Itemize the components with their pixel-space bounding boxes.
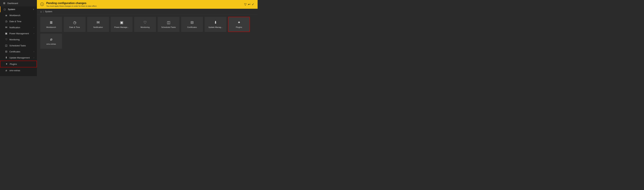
- tile-certificates[interactable]: ⊟ Certificates: [181, 17, 203, 32]
- chevron-right-icon: ›: [34, 33, 34, 35]
- datetime-icon: ◷: [5, 20, 8, 23]
- plugins-tile-icon: ✦: [238, 20, 240, 25]
- plugins-icon: ✦: [5, 63, 8, 66]
- tiles-grid: ≣ Workbench ◷ Date & Time ✉ Notification…: [40, 17, 254, 49]
- tile-label: Certificates: [187, 26, 197, 29]
- sidebar-item-label: System: [8, 8, 31, 11]
- breadcrumb-separator: |: [43, 11, 44, 13]
- main-content: ⓘ Pending configuration changes You must…: [37, 0, 258, 76]
- tile-date-time[interactable]: ◷ Date & Time: [64, 17, 86, 32]
- scheduled-tasks-icon: ◫: [5, 44, 8, 47]
- sidebar-item-certificates[interactable]: ⊟ Certificates ›: [0, 49, 37, 55]
- sidebar-item-label: Monitoring: [10, 38, 34, 41]
- sidebar-item-omv-extras[interactable]: ⌀ omv-extras: [0, 67, 37, 73]
- sidebar-item-update-management[interactable]: ⬇ Update Management ›: [0, 55, 37, 61]
- sidebar-item-label: Date & Time: [10, 20, 34, 23]
- app-layout: ⊞ Dashboard □ System ∨ ≣ Workbench ◷ Dat…: [0, 0, 258, 76]
- tile-label: Scheduled Tasks: [161, 26, 176, 29]
- sidebar-item-date-time[interactable]: ◷ Date & Time: [0, 18, 37, 24]
- dashboard-icon: ⊞: [3, 2, 6, 5]
- banner-actions: ▽ ↩ ✓: [244, 3, 254, 6]
- sidebar-item-label: Notification: [10, 26, 32, 29]
- system-icon: □: [3, 8, 6, 11]
- undo-button[interactable]: ↩: [248, 3, 250, 6]
- certificates-icon: ⊟: [5, 50, 8, 53]
- tile-label: omv-extras: [46, 43, 56, 45]
- notification-icon: ✉: [5, 26, 8, 29]
- sidebar-item-dashboard[interactable]: ⊞ Dashboard: [0, 0, 37, 7]
- tile-update-manag[interactable]: ⬇ Update Manag...: [204, 17, 226, 32]
- info-icon: ⓘ: [40, 2, 44, 7]
- tile-label: Monitoring: [140, 26, 150, 29]
- update-tile-icon: ⬇: [214, 20, 217, 25]
- tile-plugins[interactable]: ✦ Plugins: [228, 17, 250, 32]
- update-icon: ⬇: [5, 56, 8, 59]
- sidebar-item-workbench[interactable]: ≣ Workbench: [0, 12, 37, 18]
- workbench-tile-icon: ≣: [50, 20, 53, 25]
- tile-workbench[interactable]: ≣ Workbench: [40, 17, 62, 32]
- monitoring-tile-icon: ♡: [144, 20, 147, 25]
- tile-monitoring[interactable]: ♡ Monitoring: [134, 17, 156, 32]
- breadcrumb: ⌂ | System: [37, 9, 258, 15]
- sidebar-item-plugins[interactable]: ✦ Plugins: [0, 61, 37, 67]
- tile-label: Plugins: [236, 26, 242, 29]
- chevron-down-icon: ∨: [33, 8, 34, 11]
- sidebar-item-power-management[interactable]: ▣ Power Management ›: [0, 30, 37, 37]
- tile-notification[interactable]: ✉ Notification: [87, 17, 109, 32]
- sidebar-item-label: Scheduled Tasks: [10, 44, 34, 47]
- tile-label: Date & Time: [69, 26, 80, 29]
- sidebar-item-label: Update Management: [10, 56, 32, 59]
- sidebar-item-label: Dashboard: [8, 2, 34, 5]
- sidebar-item-monitoring[interactable]: ♡ Monitoring: [0, 37, 37, 43]
- chevron-right-icon: ›: [34, 57, 34, 59]
- datetime-tile-icon: ◷: [73, 20, 76, 25]
- tile-label: Workbench: [46, 26, 56, 29]
- home-icon[interactable]: ⌂: [40, 10, 42, 13]
- tile-omv-extras[interactable]: ⌀ omv-extras: [40, 34, 62, 49]
- banner-subtitle: You must apply these changes in order fo…: [46, 5, 242, 7]
- sidebar-item-label: Power Management: [10, 32, 32, 35]
- filter-button[interactable]: ▽: [244, 3, 246, 6]
- pending-changes-banner: ⓘ Pending configuration changes You must…: [37, 0, 258, 9]
- sidebar-item-label: Certificates: [10, 50, 32, 53]
- chevron-right-icon: ›: [34, 51, 34, 53]
- tile-power-manage[interactable]: ▣ Power Manage...: [111, 17, 132, 32]
- omv-extras-icon: ⌀: [5, 69, 8, 72]
- apply-button[interactable]: ✓: [252, 3, 254, 6]
- tile-label: Update Manag...: [208, 26, 222, 29]
- banner-text: Pending configuration changes You must a…: [46, 2, 242, 7]
- breadcrumb-current: System: [45, 10, 52, 13]
- power-tile-icon: ▣: [120, 20, 124, 25]
- sidebar: ⊞ Dashboard □ System ∨ ≣ Workbench ◷ Dat…: [0, 0, 37, 76]
- tile-label: Notification: [94, 26, 103, 29]
- tile-scheduled-tasks[interactable]: ◫ Scheduled Tasks: [158, 17, 180, 32]
- sidebar-item-label: omv-extras: [10, 69, 34, 72]
- sidebar-item-scheduled-tasks[interactable]: ◫ Scheduled Tasks: [0, 43, 37, 49]
- sidebar-item-label: Plugins: [10, 63, 34, 65]
- sidebar-item-system[interactable]: □ System ∨: [0, 7, 37, 12]
- workbench-icon: ≣: [5, 14, 8, 17]
- tile-label: Power Manage...: [114, 26, 129, 29]
- sidebar-item-label: Workbench: [10, 14, 34, 17]
- certificates-tile-icon: ⊟: [190, 20, 194, 25]
- grid-area: ≣ Workbench ◷ Date & Time ✉ Notification…: [37, 15, 258, 76]
- power-icon: ▣: [5, 32, 8, 35]
- scheduled-tasks-tile-icon: ◫: [167, 20, 170, 25]
- chevron-right-icon: ›: [34, 26, 34, 28]
- notification-tile-icon: ✉: [96, 20, 100, 25]
- banner-title: Pending configuration changes: [46, 2, 242, 5]
- sidebar-item-notification[interactable]: ✉ Notification ›: [0, 24, 37, 30]
- monitoring-icon: ♡: [5, 38, 8, 41]
- omv-extras-tile-icon: ⌀: [50, 37, 52, 42]
